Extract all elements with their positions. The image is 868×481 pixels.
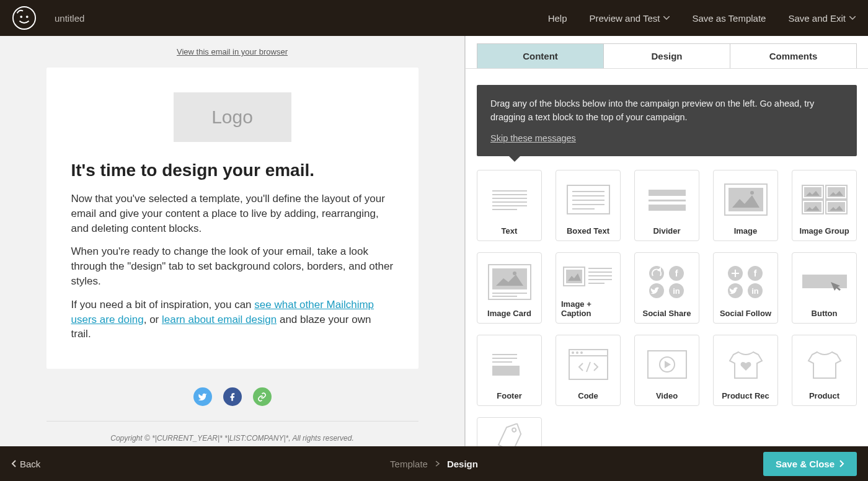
nav-preview-test[interactable]: Preview and Test bbox=[590, 13, 670, 24]
svg-text:f: f bbox=[675, 268, 678, 278]
breadcrumb: Template Design bbox=[390, 459, 478, 469]
email-heading[interactable]: It's time to design your email. bbox=[71, 161, 394, 180]
chevron-right-icon bbox=[839, 460, 844, 467]
social-row bbox=[46, 387, 418, 406]
logo-placeholder[interactable]: Logo bbox=[174, 92, 291, 142]
inspiration-link-2[interactable]: learn about email design bbox=[162, 314, 277, 325]
block-image-card[interactable]: Image Card bbox=[477, 252, 542, 324]
link-icon[interactable] bbox=[253, 387, 272, 406]
block-image-caption[interactable]: Image + Caption bbox=[556, 252, 621, 324]
svg-point-1 bbox=[20, 15, 22, 18]
svg-text:in: in bbox=[751, 286, 759, 296]
skip-messages-link[interactable]: Skip these messages bbox=[490, 133, 576, 143]
svg-rect-30 bbox=[492, 268, 527, 289]
block-social-share[interactable]: f in Social Share bbox=[634, 252, 699, 324]
nav-save-exit-label: Save and Exit bbox=[788, 13, 846, 24]
breadcrumb-template[interactable]: Template bbox=[390, 459, 428, 469]
image-caption-icon bbox=[561, 258, 615, 297]
block-label: Footer bbox=[497, 389, 521, 400]
block-label: Image + Caption bbox=[561, 297, 615, 318]
block-button[interactable]: Button bbox=[792, 252, 857, 324]
blocks-grid: Text Boxed Text Divider Im bbox=[466, 165, 868, 447]
email-paragraph-2[interactable]: When you're ready to change the look of … bbox=[71, 244, 394, 288]
svg-rect-15 bbox=[649, 190, 686, 196]
tab-comments[interactable]: Comments bbox=[730, 43, 857, 68]
save-close-button[interactable]: Save & Close bbox=[763, 452, 857, 476]
text-lines-icon bbox=[482, 175, 536, 224]
facebook-icon[interactable] bbox=[223, 387, 242, 406]
block-boxed-text[interactable]: Boxed Text bbox=[556, 170, 621, 241]
breadcrumb-design: Design bbox=[447, 459, 478, 469]
video-icon bbox=[640, 340, 694, 389]
twitter-icon[interactable] bbox=[193, 387, 212, 406]
boxed-text-icon bbox=[561, 175, 615, 224]
svg-rect-55 bbox=[802, 275, 847, 288]
email-paragraph-1[interactable]: Now that you've selected a template, you… bbox=[71, 192, 394, 236]
svg-text:f: f bbox=[753, 268, 756, 278]
document-title[interactable]: untitled bbox=[55, 13, 548, 24]
block-label: Divider bbox=[653, 224, 680, 236]
block-image[interactable]: Image bbox=[713, 170, 778, 241]
footer-copyright: Copyright © *|CURRENT_YEAR|* *|LIST:COMP… bbox=[46, 433, 418, 444]
svg-point-41 bbox=[649, 266, 664, 281]
block-image-group[interactable]: Image Group bbox=[792, 170, 857, 241]
svg-point-64 bbox=[580, 351, 583, 354]
nav-help[interactable]: Help bbox=[548, 13, 567, 24]
svg-point-0 bbox=[13, 7, 35, 29]
tag-icon bbox=[482, 423, 536, 447]
block-label: Product Rec bbox=[722, 389, 769, 400]
block-divider[interactable]: Divider bbox=[634, 170, 699, 241]
nav-save-template[interactable]: Save as Template bbox=[692, 13, 766, 24]
email-paragraph-3[interactable]: If you need a bit of inspiration, you ca… bbox=[71, 298, 394, 342]
nav-save-exit[interactable]: Save and Exit bbox=[788, 13, 856, 24]
save-close-label: Save & Close bbox=[776, 459, 835, 469]
block-product[interactable]: Product bbox=[792, 335, 857, 406]
footer-icon bbox=[482, 340, 536, 389]
main-area: View this email in your browser Logo It'… bbox=[0, 36, 868, 446]
tip-text: Drag any of the blocks below into the ca… bbox=[490, 97, 843, 125]
block-label: Image bbox=[734, 224, 758, 236]
svg-text:in: in bbox=[673, 286, 680, 296]
svg-point-20 bbox=[750, 191, 754, 195]
tip-callout: Drag any of the blocks below into the ca… bbox=[477, 85, 857, 156]
social-share-icon: f in bbox=[640, 258, 694, 306]
block-product-rec[interactable]: Product Rec bbox=[713, 335, 778, 406]
block-video[interactable]: Video bbox=[634, 335, 699, 406]
shirt-icon bbox=[797, 340, 851, 389]
svg-rect-35 bbox=[566, 270, 582, 283]
block-text[interactable]: Text bbox=[477, 170, 542, 241]
block-label: Social Follow bbox=[720, 306, 771, 318]
email-footer[interactable]: Copyright © *|CURRENT_YEAR|* *|LIST:COMP… bbox=[46, 433, 418, 446]
chevron-down-icon bbox=[849, 16, 856, 20]
block-label: Text bbox=[502, 224, 518, 236]
block-promo[interactable] bbox=[477, 417, 542, 447]
svg-point-2 bbox=[26, 15, 29, 18]
image-card-icon bbox=[482, 258, 536, 306]
shirt-heart-icon bbox=[719, 340, 773, 389]
nav-preview-label: Preview and Test bbox=[590, 13, 660, 24]
block-label: Video bbox=[656, 389, 678, 400]
view-in-browser-link[interactable]: View this email in your browser bbox=[46, 47, 418, 56]
campaign-preview[interactable]: View this email in your browser Logo It'… bbox=[0, 36, 465, 446]
tab-content[interactable]: Content bbox=[477, 43, 604, 68]
chevron-left-icon bbox=[11, 460, 16, 467]
image-icon bbox=[719, 175, 773, 224]
mailchimp-logo[interactable] bbox=[12, 6, 36, 30]
svg-rect-17 bbox=[649, 205, 686, 211]
builder-sidebar: Content Design Comments Drag any of the … bbox=[465, 36, 868, 446]
top-nav: Help Preview and Test Save as Template S… bbox=[548, 13, 856, 24]
divider-icon bbox=[640, 175, 694, 224]
svg-rect-16 bbox=[649, 200, 686, 201]
back-button[interactable]: Back bbox=[11, 459, 40, 469]
svg-rect-19 bbox=[728, 188, 763, 211]
block-label: Button bbox=[812, 306, 838, 318]
divider bbox=[46, 421, 418, 421]
email-body[interactable]: Logo It's time to design your email. Now… bbox=[46, 68, 418, 369]
button-icon bbox=[797, 258, 851, 306]
tab-design[interactable]: Design bbox=[604, 43, 730, 68]
block-code[interactable]: Code bbox=[556, 335, 621, 406]
block-social-follow[interactable]: f in Social Follow bbox=[713, 252, 778, 324]
block-label: Social Share bbox=[642, 306, 691, 318]
block-footer[interactable]: Footer bbox=[477, 335, 542, 406]
bottom-bar: Back Template Design Save & Close bbox=[0, 446, 868, 481]
